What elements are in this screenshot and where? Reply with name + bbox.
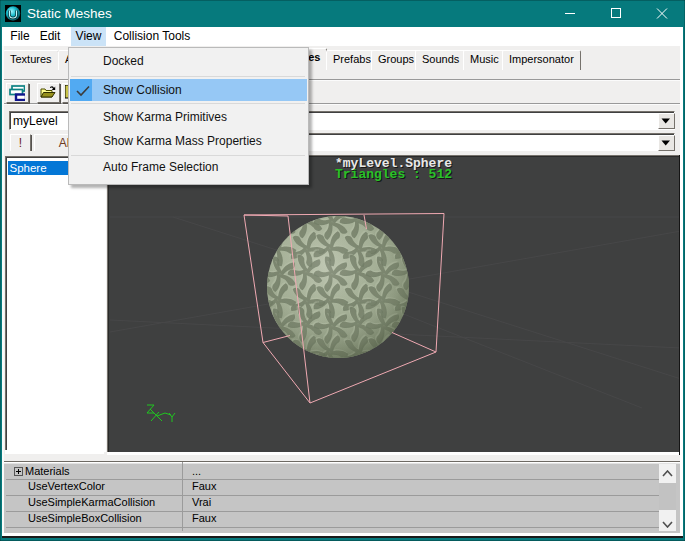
svg-text:Triangles : 512: Triangles : 512 (335, 167, 452, 182)
